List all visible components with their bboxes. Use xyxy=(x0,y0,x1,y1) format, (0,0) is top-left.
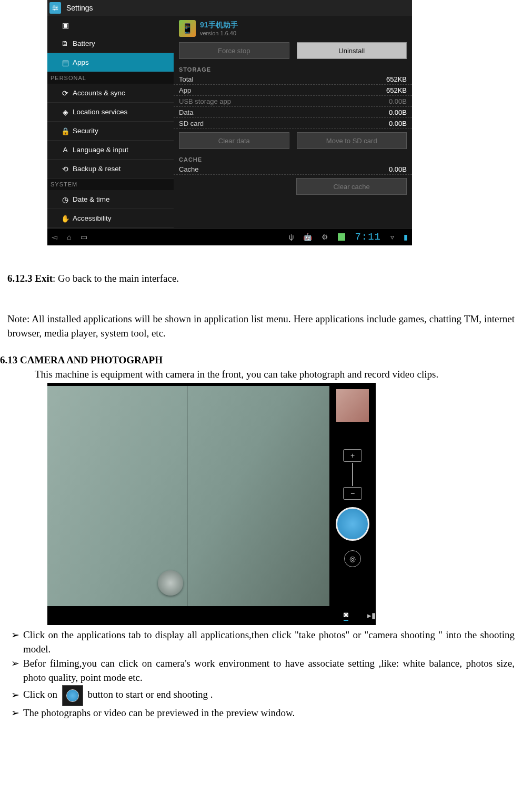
bullet-marker: ➢ xyxy=(7,628,23,642)
bullet-1: ➢ Click on the applications tab to displ… xyxy=(7,628,515,657)
settings-icon xyxy=(49,2,61,14)
storage-usb-row: USB storage app0.00B xyxy=(174,96,412,107)
app-icon: 📱 xyxy=(179,20,196,37)
camera-controls: + − ◎ xyxy=(329,386,376,606)
camera-mode-bar: ◙ ▸▮ xyxy=(47,606,376,625)
sidebar-item-label: Battery xyxy=(73,39,95,47)
section-6-12-3: 6.12.3 Exit: Go back to the main interfa… xyxy=(7,272,515,286)
bullet-text: The photographs or video can be previewe… xyxy=(23,706,515,720)
svg-rect-0 xyxy=(53,7,58,8)
uninstall-button[interactable]: Uninstall xyxy=(297,42,407,59)
sidebar-cat-personal: PERSONAL xyxy=(47,72,174,84)
reset-icon: ⟲ xyxy=(58,165,73,173)
clear-data-button[interactable]: Clear data xyxy=(179,132,289,149)
photo-mode-button[interactable]: ◙ xyxy=(344,610,348,621)
location-icon: ◈ xyxy=(58,108,73,116)
section-6-13-head: 6.13 CAMERA AND PHOTOGRAPH xyxy=(0,353,515,368)
sidebar-item-label: Backup & reset xyxy=(73,165,121,173)
zoom-control[interactable]: + − xyxy=(343,448,362,501)
move-to-sd-button[interactable]: Move to SD card xyxy=(297,132,407,149)
section-6-12-3-head: 6.12.3 Exit xyxy=(7,273,53,284)
hand-icon: ✋ xyxy=(58,214,73,223)
settings-titlebar: Settings xyxy=(47,0,412,16)
settings-tray-icon: ⚙ xyxy=(322,233,328,241)
sidebar-item-label: Accessibility xyxy=(73,214,112,222)
camera-screenshot: + − ◎ ◙ ▸▮ xyxy=(47,383,376,625)
sidebar-item-language[interactable]: ALanguage & input xyxy=(47,141,174,160)
bullet-text: Befor filming,you can click on camera's … xyxy=(23,657,515,685)
settings-title: Settings xyxy=(66,4,93,12)
camera-viewfinder[interactable] xyxy=(47,386,329,606)
storage-total-row: Total652KB xyxy=(174,74,412,85)
app-version: version 1.6.40 xyxy=(200,30,238,36)
svg-rect-1 xyxy=(53,6,58,6)
shutter-button[interactable] xyxy=(336,507,369,541)
apps-icon: ▤ xyxy=(58,58,73,67)
zoom-in-button[interactable]: + xyxy=(343,449,362,462)
cache-section-title: CACHE xyxy=(174,154,412,164)
nav-home-icon[interactable]: ⌂ xyxy=(67,233,71,241)
bullet-marker: ➢ xyxy=(7,657,23,671)
nav-recent-icon[interactable]: ▭ xyxy=(81,233,87,241)
wifi-icon: ▿ xyxy=(390,233,394,241)
bullet-marker: ➢ xyxy=(7,688,23,702)
system-navbar: ◅ ⌂ ▭ ψ 🤖 ⚙ 7:11 ▿ ▮ xyxy=(47,228,412,245)
clock-icon: ◷ xyxy=(58,195,73,204)
video-mode-button[interactable]: ▸▮ xyxy=(367,611,376,620)
zoom-out-button[interactable]: − xyxy=(343,487,362,500)
storage-section-title: STORAGE xyxy=(174,64,412,74)
sidebar-item-label: Security xyxy=(73,127,98,135)
bullet-text: Click on the applications tab to display… xyxy=(23,628,515,657)
storage-data-row: Data0.00B xyxy=(174,107,412,118)
clear-cache-button[interactable]: Clear cache xyxy=(296,178,407,195)
sidebar-item-storage[interactable]: ▣ xyxy=(47,16,174,34)
bullet-2: ➢ Befor filming,you can click on camera'… xyxy=(7,657,515,685)
sidebar-item-backup-reset[interactable]: ⟲Backup & reset xyxy=(47,160,174,179)
sidebar-item-accessibility[interactable]: ✋Accessibility xyxy=(47,209,174,228)
storage-sdcard-row: SD card0.00B xyxy=(174,118,412,129)
storage-icon: ▣ xyxy=(58,21,73,29)
svg-point-3 xyxy=(54,5,55,6)
section-6-13-intro: This machine is equipment with camera in… xyxy=(7,368,515,382)
lock-icon: 🔒 xyxy=(58,127,73,135)
cache-row: Cache0.00B xyxy=(174,164,412,175)
sidebar-item-label: Accounts & sync xyxy=(73,89,125,97)
battery-tray-icon: ▮ xyxy=(404,233,408,241)
sidebar-item-label: Language & input xyxy=(73,146,128,154)
svg-point-5 xyxy=(54,9,55,10)
sync-icon: ⟳ xyxy=(58,89,73,97)
settings-sidebar: ▣ 🗎Battery ▤Apps PERSONAL ⟳Accounts & sy… xyxy=(47,16,174,228)
bullet-3: ➢ Click on button to start or end shooti… xyxy=(7,685,515,706)
sidebar-item-label: Date & time xyxy=(73,195,110,203)
bullet-4: ➢ The photographs or video can be previe… xyxy=(7,706,515,720)
sidebar-item-accounts-sync[interactable]: ⟳Accounts & sync xyxy=(47,84,174,103)
sidebar-item-location[interactable]: ◈Location services xyxy=(47,103,174,122)
scene-object xyxy=(158,570,183,596)
sidebar-cat-system: SYSTEM xyxy=(47,179,174,190)
sidebar-item-battery[interactable]: 🗎Battery xyxy=(47,34,174,53)
sidebar-item-label: Apps xyxy=(73,58,89,66)
nav-back-icon[interactable]: ◅ xyxy=(52,233,57,241)
storage-app-row: App652KB xyxy=(174,85,412,96)
force-stop-button[interactable]: Force stop xyxy=(179,42,289,59)
bullet-marker: ➢ xyxy=(7,706,23,720)
svg-point-4 xyxy=(56,7,57,8)
bullet-text: Click on button to start or end shooting… xyxy=(23,685,515,706)
clock: 7:11 xyxy=(355,231,381,243)
sidebar-item-apps[interactable]: ▤Apps xyxy=(47,53,174,72)
sidebar-item-security[interactable]: 🔒Security xyxy=(47,122,174,141)
settings-screenshot: Settings ▣ 🗎Battery ▤Apps PERSONAL ⟳Acco… xyxy=(47,0,412,245)
usb-icon: ψ xyxy=(288,233,294,241)
language-icon: A xyxy=(58,146,73,154)
android-indicator-icon: 🤖 xyxy=(303,233,312,241)
note-paragraph: Note: All installed applications will be… xyxy=(7,312,515,341)
camera-settings-button[interactable]: ◎ xyxy=(344,550,361,567)
app-name: 91手机助手 xyxy=(200,21,238,30)
zoom-track[interactable] xyxy=(352,463,353,486)
tray-green-icon xyxy=(338,233,345,241)
sidebar-item-label: Location services xyxy=(73,108,127,116)
preview-thumbnail[interactable] xyxy=(336,389,369,422)
section-6-12-3-body: : Go back to the main interface. xyxy=(53,273,179,284)
sidebar-item-date-time[interactable]: ◷Date & time xyxy=(47,190,174,209)
battery-icon: 🗎 xyxy=(58,39,73,47)
